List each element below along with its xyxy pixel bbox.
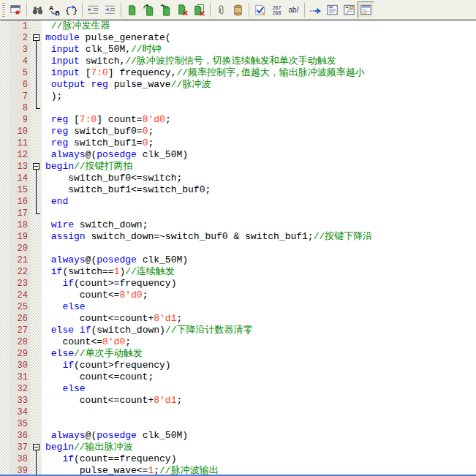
code-line[interactable]: 3 input clk_50M,//时钟 xyxy=(0,44,476,56)
bookmark-margin[interactable] xyxy=(0,395,10,407)
bookmark-margin[interactable] xyxy=(0,313,10,325)
bookmark-margin[interactable] xyxy=(0,161,10,173)
code-line[interactable]: 25 else xyxy=(0,301,476,313)
bookmark-margin[interactable] xyxy=(0,325,10,336)
bookmark-margin[interactable] xyxy=(0,442,10,453)
bookmark-margin[interactable] xyxy=(0,336,10,348)
bookmark-margin[interactable] xyxy=(0,208,10,219)
unindent-button[interactable] xyxy=(102,1,118,18)
code-line[interactable]: 32 else xyxy=(0,383,476,395)
syntax-check-button[interactable] xyxy=(252,1,268,18)
code-line[interactable]: 18 wire switch_down; xyxy=(0,219,476,231)
replace-button[interactable]: A B xyxy=(46,1,63,18)
bookmark-margin[interactable] xyxy=(0,407,10,418)
code-line[interactable]: 31 count<=count; xyxy=(0,371,476,383)
code-line[interactable]: 9 reg [7:0] count=8'd0; xyxy=(0,114,476,126)
bookmark-margin[interactable] xyxy=(0,149,10,161)
macro-button[interactable] xyxy=(230,1,246,18)
code-line[interactable]: 21 always@(posedge clk_50M) xyxy=(0,254,476,266)
attachment-button[interactable] xyxy=(213,1,230,18)
bookmark-margin[interactable] xyxy=(0,301,10,313)
bookmark-margin[interactable] xyxy=(0,79,10,91)
bookmark-margin[interactable] xyxy=(0,278,10,290)
code-line[interactable]: 13begin//按键打两拍 xyxy=(0,161,476,173)
code-line[interactable]: 2module pulse_generate( xyxy=(0,32,476,44)
indent-button[interactable] xyxy=(85,1,102,18)
bookmark-margin[interactable] xyxy=(0,430,10,442)
bookmark-margin[interactable] xyxy=(0,348,10,360)
bookmark-margin[interactable] xyxy=(0,418,10,430)
code-line[interactable]: 33 count<=count+8'd1; xyxy=(0,395,476,407)
code-line[interactable]: 19 assign switch_down=~switch_buf0 & swi… xyxy=(0,231,476,243)
fold-collapse-icon[interactable] xyxy=(33,34,39,41)
fold-margin[interactable] xyxy=(31,442,42,453)
find-button[interactable] xyxy=(29,1,46,18)
bookmark-margin[interactable] xyxy=(0,137,10,149)
bookmark-margin[interactable] xyxy=(0,184,10,196)
fold-margin[interactable] xyxy=(31,161,42,173)
bookmark-margin[interactable] xyxy=(0,290,10,301)
bookmark-margin[interactable] xyxy=(0,231,10,243)
code-line[interactable]: 23 if(count>=frequency) xyxy=(0,278,476,290)
fold-collapse-icon[interactable] xyxy=(33,163,39,170)
code-line[interactable]: 4 input switch,//脉冲波控制信号，切换连续触发和单次手动触发 xyxy=(0,56,476,67)
view-outline-button[interactable] xyxy=(341,1,358,18)
bookmark-margin[interactable] xyxy=(0,266,10,278)
goto-button[interactable] xyxy=(307,1,324,18)
code-line[interactable]: 12 always@(posedge clk_50M) xyxy=(0,149,476,161)
code-line[interactable]: 34 xyxy=(0,407,476,418)
bookmark-toggle-button[interactable] xyxy=(124,1,140,18)
toolbar-gripper[interactable] xyxy=(2,3,5,17)
code-line[interactable]: 30 if(count>frequency) xyxy=(0,360,476,371)
bookmark-margin[interactable] xyxy=(0,371,10,383)
code-line[interactable]: 6 output reg pulse_wave//脉冲波 xyxy=(0,79,476,91)
bookmark-margin[interactable] xyxy=(0,383,10,395)
code-line[interactable]: 24 count<=8'd0; xyxy=(0,290,476,301)
bookmark-margin[interactable] xyxy=(0,20,10,32)
bookmark-margin[interactable] xyxy=(0,360,10,371)
bookmark-margin[interactable] xyxy=(0,453,10,465)
bookmark-margin[interactable] xyxy=(0,91,10,102)
view-document-button[interactable] xyxy=(324,1,341,18)
line-numbers-button[interactable]: 267 268 xyxy=(268,1,285,18)
code-line[interactable]: 11 reg switch_buf1=0; xyxy=(0,137,476,149)
view-split-button[interactable] xyxy=(358,1,374,18)
bookmark-clear-all-button[interactable] xyxy=(191,1,208,18)
word-wrap-button[interactable]: ab/ xyxy=(285,1,302,18)
bookmark-clear-button[interactable] xyxy=(174,1,191,18)
bookmark-margin[interactable] xyxy=(0,173,10,184)
fold-collapse-icon[interactable] xyxy=(33,444,39,450)
code-pane[interactable]: 1 //脉冲发生器2module pulse_generate(3 input … xyxy=(0,20,476,476)
code-line[interactable]: 37begin//输出脉冲波 xyxy=(0,442,476,453)
bookmark-margin[interactable] xyxy=(0,67,10,79)
bookmark-margin[interactable] xyxy=(0,32,10,44)
bookmark-margin[interactable] xyxy=(0,196,10,208)
code-line[interactable]: 20 xyxy=(0,243,476,254)
bookmark-margin[interactable] xyxy=(0,114,10,126)
fold-margin[interactable] xyxy=(31,32,42,44)
bookmark-margin[interactable] xyxy=(0,102,10,114)
code-line[interactable]: 26 count<=count+8'd1; xyxy=(0,313,476,325)
code-line[interactable]: 28 count<=8'd0; xyxy=(0,336,476,348)
match-brace-button[interactable]: { } xyxy=(63,1,80,18)
code-line[interactable]: 15 switch_buf1<=switch_buf0; xyxy=(0,184,476,196)
code-line[interactable]: 8 xyxy=(0,102,476,114)
code-line[interactable]: 10 reg switch_buf0=0; xyxy=(0,126,476,137)
code-line[interactable]: 27 else if(switch_down)//下降沿计数器清零 xyxy=(0,325,476,336)
code-line[interactable]: 35 xyxy=(0,418,476,430)
code-line[interactable]: 17 xyxy=(0,208,476,219)
bookmark-margin[interactable] xyxy=(0,126,10,137)
bookmark-margin[interactable] xyxy=(0,243,10,254)
code-line[interactable]: 7 ); xyxy=(0,91,476,102)
bookmark-prev-button[interactable] xyxy=(157,1,174,18)
code-line[interactable]: 5 input [7:0] frequency,//频率控制字,值越大，输出脉冲… xyxy=(0,67,476,79)
new-window-button[interactable] xyxy=(7,1,24,18)
code-line[interactable]: 16 end xyxy=(0,196,476,208)
code-line[interactable]: 1 //脉冲发生器 xyxy=(0,20,476,32)
code-line[interactable]: 29 else//单次手动触发 xyxy=(0,348,476,360)
code-line[interactable]: 14 switch_buf0<=switch; xyxy=(0,173,476,184)
bookmark-margin[interactable] xyxy=(0,44,10,56)
bookmark-margin[interactable] xyxy=(0,56,10,67)
bookmark-margin[interactable] xyxy=(0,219,10,231)
code-line[interactable]: 22 if(switch==1)//连续触发 xyxy=(0,266,476,278)
